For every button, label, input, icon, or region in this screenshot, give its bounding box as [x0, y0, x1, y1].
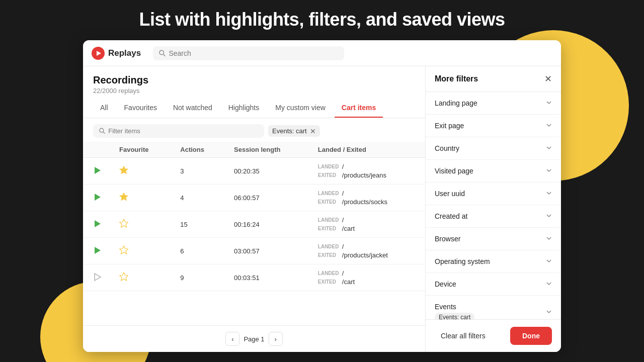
- play-button[interactable]: [91, 164, 103, 176]
- play-button[interactable]: [91, 191, 103, 203]
- filter-item-landing-page[interactable]: Landing page: [426, 92, 561, 115]
- svg-marker-6: [95, 167, 101, 174]
- favourite-cell: [111, 238, 172, 264]
- play-button[interactable]: [91, 271, 103, 283]
- landed-exited-cell: LANDED / EXITED /products/jacket: [310, 238, 425, 264]
- session-length-cell: 00:03:51: [226, 264, 310, 291]
- filter-chevron-icon: [546, 235, 552, 243]
- recordings-count: 22/2000 replays: [93, 87, 415, 95]
- logo-icon: [91, 46, 105, 60]
- favourite-cell: [111, 264, 172, 291]
- table-row: 1500:16:24 LANDED / EXITED /cart: [83, 211, 425, 238]
- filters-list: Landing pageExit pageCountryVisited page…: [426, 92, 561, 319]
- svg-marker-8: [95, 194, 101, 201]
- tab-cart-items[interactable]: Cart items: [335, 99, 383, 118]
- play-button[interactable]: [91, 218, 103, 230]
- filter-chevron-icon: [546, 144, 552, 152]
- table-row: 900:03:51 LANDED / EXITED /cart: [83, 264, 425, 291]
- svg-marker-11: [120, 219, 128, 227]
- tab-all[interactable]: All: [93, 99, 115, 118]
- page-label: Page 1: [244, 335, 264, 343]
- play-cell: [83, 264, 111, 291]
- next-page-button[interactable]: ›: [269, 332, 283, 346]
- filters-panel-title: More filters: [435, 74, 478, 83]
- filter-chevron-icon: [546, 122, 552, 130]
- favourite-cell: [111, 158, 172, 185]
- clear-all-filters-button[interactable]: Clear all filters: [435, 328, 492, 344]
- app-header: Replays: [83, 40, 561, 66]
- filters-close-button[interactable]: ✕: [544, 74, 552, 83]
- filter-bar: Events: cart ✕: [83, 118, 425, 142]
- star-icon[interactable]: [119, 273, 128, 283]
- logo-area: Replays: [91, 46, 141, 60]
- filter-search-input[interactable]: [108, 127, 258, 135]
- col-play: [83, 142, 111, 158]
- search-icon: [159, 50, 166, 57]
- filter-item-operating-system[interactable]: Operating system: [426, 250, 561, 273]
- filter-search-icon: [99, 128, 105, 134]
- done-button[interactable]: Done: [510, 327, 552, 345]
- filter-tag-events-cart: Events: cart ✕: [268, 125, 320, 137]
- recordings-title: Recordings: [93, 74, 415, 86]
- svg-line-5: [103, 132, 105, 134]
- main-panel: Recordings 22/2000 replays All Favourite…: [83, 66, 425, 352]
- svg-point-4: [100, 128, 104, 132]
- actions-cell: 4: [172, 185, 226, 211]
- filter-item-country[interactable]: Country: [426, 137, 561, 160]
- landed-exited-cell: LANDED / EXITED /products/socks: [310, 185, 425, 211]
- actions-cell: 15: [172, 211, 226, 238]
- tab-favourites[interactable]: Favourites: [117, 99, 164, 118]
- pagination-row: ‹ Page 1 ›: [83, 325, 425, 352]
- col-session-length: Session length: [226, 142, 310, 158]
- table-row: 406:00:57 LANDED / EXITED /products/sock…: [83, 185, 425, 211]
- logo-text: Replays: [108, 48, 141, 58]
- filters-header: More filters ✕: [426, 66, 561, 92]
- filter-item-label: Country: [435, 144, 459, 152]
- session-length-cell: 03:00:57: [226, 238, 310, 264]
- svg-marker-9: [120, 193, 128, 201]
- filter-item-device[interactable]: Device: [426, 273, 561, 296]
- star-icon[interactable]: [119, 246, 128, 256]
- landed-exited-cell: LANDED / EXITED /products/jeans: [310, 158, 425, 185]
- filter-item-badge: Events: cart: [435, 313, 474, 319]
- app-container: Replays Recordings 22/2000 replays All F…: [83, 40, 561, 352]
- filter-item-exit-page[interactable]: Exit page: [426, 115, 561, 137]
- filter-item-visited-page[interactable]: Visited page: [426, 160, 561, 183]
- recordings-header: Recordings 22/2000 replays: [83, 66, 425, 99]
- filter-search-bar[interactable]: [93, 124, 264, 138]
- tab-custom-view[interactable]: My custom view: [268, 99, 333, 118]
- svg-marker-10: [95, 220, 101, 227]
- play-cell: [83, 211, 111, 238]
- session-length-cell: 00:16:24: [226, 211, 310, 238]
- filter-tag-label: Events: cart: [272, 127, 307, 135]
- header-search-bar[interactable]: [153, 46, 344, 60]
- filter-item-events[interactable]: EventsEvents: cart: [426, 296, 561, 319]
- star-icon[interactable]: [119, 166, 128, 176]
- filter-item-user-uuid[interactable]: User uuid: [426, 183, 561, 205]
- filter-item-created-at[interactable]: Created at: [426, 205, 561, 228]
- play-cell: [83, 185, 111, 211]
- table-wrapper: Favourite Actions Session length Landed …: [83, 142, 425, 325]
- table-header-row: Favourite Actions Session length Landed …: [83, 142, 425, 158]
- session-length-cell: 06:00:57: [226, 185, 310, 211]
- filter-item-label: Browser: [435, 235, 460, 243]
- tab-highlights[interactable]: Highlights: [221, 99, 266, 118]
- svg-point-2: [159, 50, 164, 55]
- prev-page-button[interactable]: ‹: [225, 332, 239, 346]
- play-button[interactable]: [91, 244, 103, 256]
- svg-marker-7: [120, 166, 128, 174]
- star-icon[interactable]: [119, 220, 128, 230]
- recordings-table: Favourite Actions Session length Landed …: [83, 142, 425, 291]
- tab-not-watched[interactable]: Not watched: [166, 99, 219, 118]
- star-icon[interactable]: [119, 193, 128, 203]
- col-landed-exited: Landed / Exited: [310, 142, 425, 158]
- header-search-input[interactable]: [169, 49, 338, 57]
- landed-exited-cell: LANDED / EXITED /cart: [310, 264, 425, 291]
- filter-item-browser[interactable]: Browser: [426, 228, 561, 250]
- svg-line-3: [164, 54, 166, 56]
- svg-marker-14: [95, 274, 101, 281]
- session-length-cell: 00:20:35: [226, 158, 310, 185]
- favourite-cell: [111, 211, 172, 238]
- filter-tag-close[interactable]: ✕: [310, 128, 316, 135]
- play-cell: [83, 158, 111, 185]
